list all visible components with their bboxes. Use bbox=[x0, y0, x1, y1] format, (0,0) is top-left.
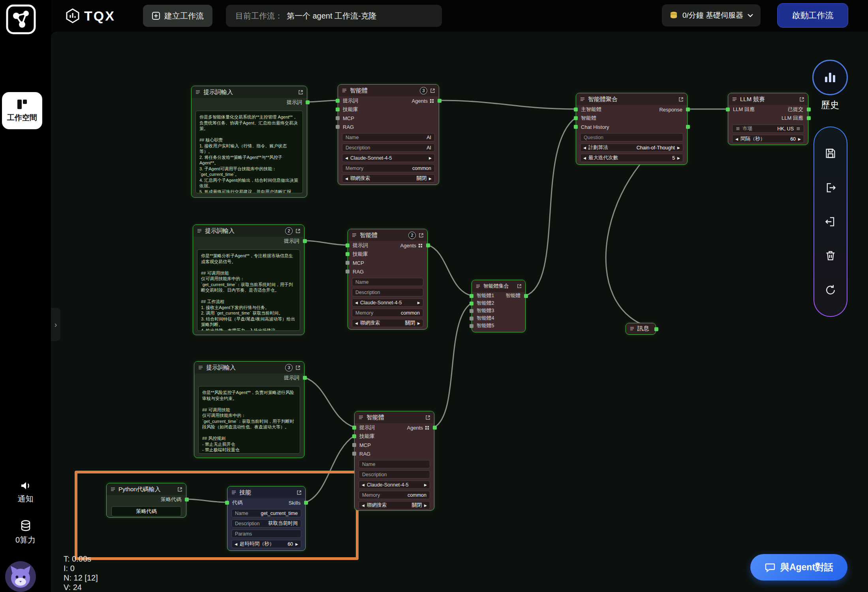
node-agent-1[interactable]: 智能體 3 提示詞 Agents 技能庫 MCP RAG NameAI Desc… bbox=[338, 84, 439, 185]
input-port[interactable] bbox=[574, 125, 578, 129]
prev-arrow[interactable]: ◀ bbox=[362, 503, 364, 507]
next-arrow[interactable]: ▶ bbox=[677, 146, 680, 150]
expand-icon[interactable] bbox=[419, 233, 424, 238]
input-port[interactable] bbox=[336, 116, 340, 120]
next-arrow[interactable]: ▶ bbox=[677, 156, 680, 160]
server-selector[interactable]: 0/分鐘 基礎伺服器 bbox=[662, 4, 761, 26]
expand-icon[interactable] bbox=[430, 88, 435, 93]
model-selector[interactable]: ◀Claude-Sonnet-4-5▶ bbox=[359, 481, 430, 489]
chat-with-agent-button[interactable]: 與Agent對話 bbox=[750, 554, 847, 581]
next-arrow[interactable]: ▶ bbox=[429, 177, 432, 181]
node-header[interactable]: 智能體 3 bbox=[338, 85, 439, 96]
max-iterations-selector[interactable]: ◀最大迭代次數5▶ bbox=[580, 154, 683, 162]
name-field[interactable]: Name bbox=[359, 460, 430, 468]
save-button[interactable] bbox=[823, 145, 838, 161]
input-port[interactable] bbox=[352, 434, 356, 438]
prev-arrow[interactable]: ◀ bbox=[355, 301, 358, 305]
expand-icon[interactable] bbox=[678, 97, 684, 102]
node-skill[interactable]: 技能 代碼 Skills Nameget_current_time Descri… bbox=[227, 486, 306, 551]
input-port[interactable] bbox=[470, 309, 473, 313]
output-port[interactable] bbox=[686, 107, 690, 111]
output-port[interactable] bbox=[433, 426, 437, 430]
web-search-selector[interactable]: ◀聯網搜索關閉▶ bbox=[342, 174, 435, 183]
output-port[interactable] bbox=[524, 294, 528, 298]
next-arrow[interactable]: ▶ bbox=[417, 301, 420, 305]
import-button[interactable] bbox=[823, 214, 838, 230]
market-field[interactable]: 市場HK, US bbox=[732, 124, 804, 133]
description-field[interactable]: Description获取当前时间 bbox=[231, 519, 301, 528]
node-python-code-input[interactable]: Python代碼輸入 策略代碼 策略代碼 bbox=[106, 483, 186, 518]
prompt-text[interactable]: 你是**策略分析子Agent**，专注根据市场信息生成客观交易信号。 ## 可调… bbox=[197, 249, 300, 331]
refresh-button[interactable] bbox=[823, 282, 838, 298]
input-port[interactable] bbox=[470, 302, 473, 305]
input-port[interactable] bbox=[346, 243, 349, 247]
output-port[interactable] bbox=[304, 501, 308, 505]
memory-field[interactable]: Memorycommon bbox=[342, 164, 435, 172]
timeout-selector[interactable]: ◀超時時間（秒）60▶ bbox=[231, 540, 301, 548]
sidebar-item-compute[interactable]: 0算力 bbox=[0, 520, 51, 545]
node-header[interactable]: 技能 bbox=[227, 486, 305, 498]
next-arrow[interactable]: ▶ bbox=[798, 137, 801, 141]
expand-icon[interactable] bbox=[517, 284, 522, 288]
node-header[interactable]: LLM 競賽 bbox=[728, 93, 808, 105]
output-port[interactable] bbox=[303, 376, 307, 380]
prev-arrow[interactable]: ◀ bbox=[583, 146, 586, 150]
prev-arrow[interactable]: ◀ bbox=[345, 177, 348, 181]
next-arrow[interactable]: ▶ bbox=[424, 503, 427, 507]
node-header[interactable]: 提示詞輸入 bbox=[192, 86, 307, 98]
node-prompt-input-3[interactable]: 提示詞輸入 3 提示詞 你是**风险监控子Agent**，负责对策略进行风险审核… bbox=[194, 361, 304, 458]
node-header[interactable]: 智能體集合 bbox=[472, 280, 525, 292]
params-field[interactable]: Params bbox=[231, 530, 301, 538]
web-search-selector[interactable]: ◀聯網搜索關閉▶ bbox=[352, 319, 423, 327]
prev-arrow[interactable]: ◀ bbox=[345, 156, 348, 160]
input-port[interactable] bbox=[470, 317, 473, 321]
strategy-code-input[interactable]: 策略代碼 bbox=[111, 506, 181, 517]
name-field[interactable]: Name bbox=[352, 278, 423, 286]
next-arrow[interactable]: ▶ bbox=[417, 321, 420, 325]
output-port[interactable] bbox=[807, 107, 811, 111]
input-port[interactable] bbox=[346, 261, 349, 265]
question-field[interactable] bbox=[580, 133, 683, 141]
prev-arrow[interactable]: ◀ bbox=[355, 321, 358, 325]
user-avatar[interactable] bbox=[5, 561, 36, 592]
input-port[interactable] bbox=[574, 116, 578, 120]
next-arrow[interactable]: ▶ bbox=[429, 156, 432, 160]
web-search-selector[interactable]: ◀聯網搜索關閉▶ bbox=[359, 501, 430, 509]
node-agent-aggregator[interactable]: 智能體聚合 主智能體 Response 智能體 Chat History ◀計劃… bbox=[576, 93, 688, 165]
output-port[interactable] bbox=[807, 116, 811, 120]
memory-field[interactable]: Memorycommon bbox=[359, 491, 430, 499]
description-field[interactable]: Description bbox=[352, 288, 423, 296]
expand-icon[interactable] bbox=[298, 90, 303, 95]
input-port[interactable] bbox=[470, 294, 473, 298]
current-workflow-input[interactable]: 目前工作流： 第一个 agent 工作流-克隆 bbox=[226, 5, 442, 27]
node-header[interactable]: 智能體聚合 bbox=[576, 93, 687, 105]
prev-arrow[interactable]: ◀ bbox=[735, 137, 738, 141]
expand-icon[interactable] bbox=[177, 487, 182, 492]
prev-arrow[interactable]: ◀ bbox=[362, 483, 364, 487]
output-port[interactable] bbox=[426, 243, 430, 247]
model-selector[interactable]: ◀Claude-Sonnet-4-5▶ bbox=[352, 298, 423, 307]
plan-algo-selector[interactable]: ◀計劃算法Chain-of-Thought▶ bbox=[580, 143, 683, 152]
question-input[interactable] bbox=[584, 135, 680, 140]
node-header[interactable]: 訊息 bbox=[626, 323, 656, 334]
prev-arrow[interactable]: ◀ bbox=[235, 542, 237, 546]
input-port[interactable] bbox=[352, 426, 356, 430]
input-port[interactable] bbox=[726, 107, 730, 111]
input-port[interactable] bbox=[470, 324, 473, 328]
output-port[interactable] bbox=[185, 498, 189, 502]
prompt-text[interactable]: 你是**风险监控子Agent**，负责对策略进行风险审核与安全约束。 ## 可调… bbox=[198, 386, 300, 454]
panel-expand-handle[interactable]: › bbox=[51, 308, 60, 341]
node-prompt-input-1[interactable]: 提示詞輸入 提示詞 你是多智能体量化交易系统的**主控管理 Agent**，负责… bbox=[191, 86, 307, 198]
input-port[interactable] bbox=[336, 107, 340, 111]
expand-icon[interactable] bbox=[425, 415, 430, 420]
model-selector[interactable]: ◀Claude-Sonnet-4-5▶ bbox=[342, 154, 435, 162]
name-field[interactable]: Nameget_current_time bbox=[231, 509, 301, 517]
input-port[interactable] bbox=[225, 501, 229, 505]
sidebar-item-notifications[interactable]: 通知 bbox=[0, 480, 51, 504]
interval-selector[interactable]: ◀間隔（秒）60▶ bbox=[732, 135, 804, 143]
node-llm-contest[interactable]: LLM 競賽 LLM 回應 已提交 LLM 回應 市場HK, US ◀間隔（秒）… bbox=[728, 93, 808, 145]
sidebar-item-workspace[interactable]: 工作空間 bbox=[2, 92, 42, 129]
node-header[interactable]: 提示詞輸入 3 bbox=[194, 362, 304, 373]
output-port[interactable] bbox=[303, 239, 307, 243]
expand-icon[interactable] bbox=[295, 365, 301, 370]
